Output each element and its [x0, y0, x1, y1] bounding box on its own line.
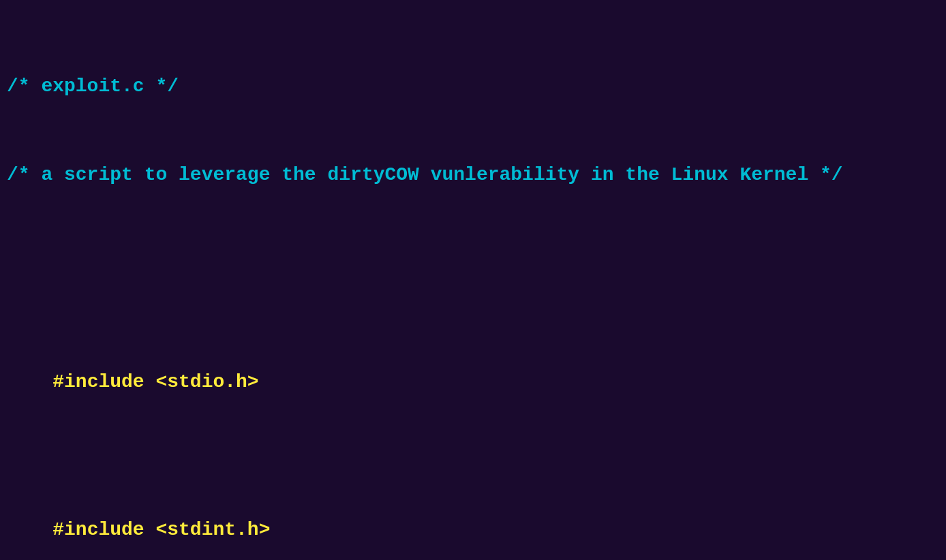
- line-4: #include <stdio.h>: [7, 337, 939, 426]
- keyword-include-2: #include: [52, 519, 144, 540]
- header-1: <stdio.h>: [144, 371, 259, 392]
- header-2: <stdint.h>: [144, 519, 271, 540]
- line-3: [7, 249, 939, 278]
- line-5: #include <stdint.h>: [7, 485, 939, 560]
- line-2: /* a script to leverage the dirtyCOW vun…: [7, 160, 939, 189]
- line-1: /* exploit.c */: [7, 72, 939, 101]
- code-editor: /* exploit.c */ /* a script to leverage …: [7, 12, 939, 560]
- keyword-include-1: #include: [52, 371, 144, 392]
